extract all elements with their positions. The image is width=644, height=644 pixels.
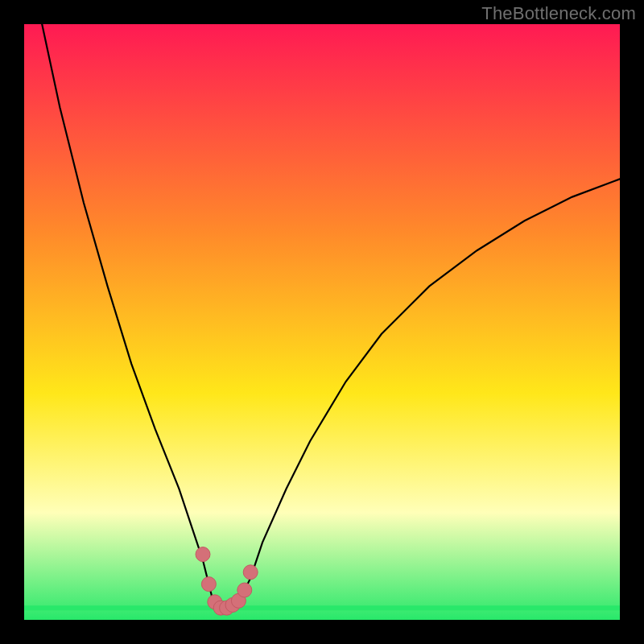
highlight-marker (201, 577, 216, 592)
chart-frame: TheBottleneck.com (0, 0, 644, 644)
highlight-marker (196, 547, 210, 562)
chart-svg (0, 0, 644, 644)
highlight-marker (243, 565, 258, 580)
highlight-marker (237, 583, 252, 597)
watermark-label: TheBottleneck.com (481, 3, 636, 24)
plot-area (24, 24, 620, 620)
